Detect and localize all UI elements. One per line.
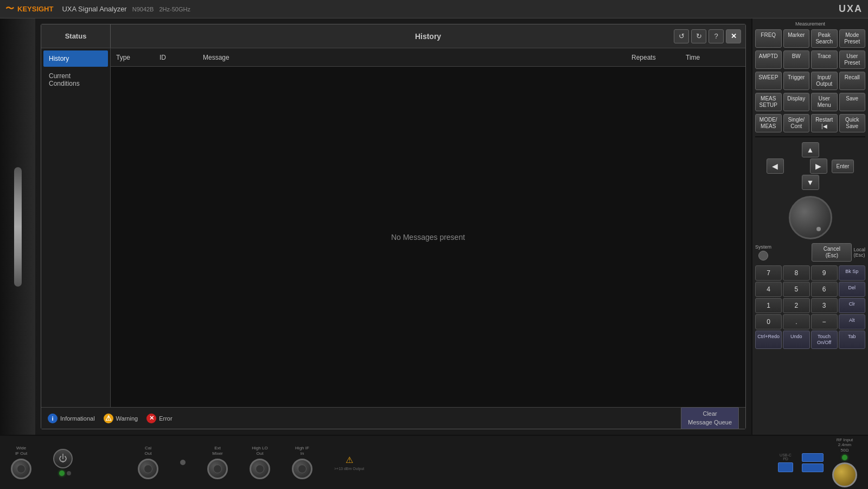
footer-right: ClearMessage Queue [681,407,739,429]
mode-meas-button[interactable]: MODE/MEAS [755,114,782,132]
info-icon: i [48,414,58,423]
main-panel: Type ID Message Repeats Time No Messages… [111,48,745,407]
nav-row-bottom: ▼ [802,175,819,190]
ext-mixer-label: ExtMixer [212,446,223,456]
high-if-in-port [292,459,312,479]
wide-if-out-inner [17,465,25,473]
undo-button[interactable]: Undo [783,331,809,349]
undo-button[interactable]: ↺ [674,29,689,43]
slider-track[interactable] [14,167,22,287]
btn-row-1: FREQ Marker PeakSearch ModePreset [755,29,865,48]
num-minus-button[interactable]: − [811,314,838,329]
warning-label: Warning [116,415,138,422]
quick-save-button[interactable]: QuickSave [839,114,866,132]
peak-search-button[interactable]: PeakSearch [811,29,838,48]
brand-name: KEYSIGHT [17,5,53,13]
touch-on-off-button[interactable]: TouchOn/Off [811,331,838,349]
top-bar: 〜 KEYSIGHT UXA Signal Analyzer N9042B 2H… [0,0,868,18]
power-button[interactable]: ⏻ [53,449,73,468]
num-7-button[interactable]: 7 [755,265,782,281]
num-2-button[interactable]: 2 [783,298,809,313]
knob[interactable] [789,196,832,239]
redo-button[interactable]: ↻ [691,29,706,43]
dialog-footer: i Informational ⚠ Warning ✕ Error ClearM… [41,407,745,429]
system-button[interactable]: System [755,244,771,261]
restart-button[interactable]: Restart|◀ [811,114,838,132]
left-edge [0,18,35,435]
nav-left-button[interactable]: ◀ [767,158,784,174]
cal-out-connector: CalOut [138,446,158,479]
dialog-header: Status History ↺ ↻ ? ✕ [41,24,745,48]
sidebar-item-history[interactable]: History [43,50,108,67]
header-controls: ↺ ↻ ? ✕ [674,29,741,43]
num-1-button[interactable]: 1 [755,298,782,313]
display-button[interactable]: Display [783,93,810,111]
meas-setup-button[interactable]: MEASSETUP [755,93,782,111]
input-output-button[interactable]: Input/Output [811,72,838,90]
user-preset-button[interactable]: UserPreset [839,50,866,69]
user-menu-button[interactable]: UserMenu [811,93,838,111]
col-time-header: Time [686,54,740,61]
sidebar-item-current-conditions[interactable]: Current Conditions [43,68,108,92]
power-area: ⏻ [53,449,73,476]
clr-button[interactable]: Clr [839,298,865,313]
nav-row-top: ▲ [802,142,819,157]
alt-button[interactable]: Alt [839,314,865,329]
btn-row-4: MEASSETUP Display UserMenu Save [755,93,865,111]
high-if-in-inner [298,465,307,473]
rf-input-connector: RF Input2.4mm50Ω [832,437,857,488]
error-label: Error [159,415,172,422]
nav-down-button[interactable]: ▼ [802,175,819,190]
num-8-button[interactable]: 8 [783,265,809,281]
help-button[interactable]: ? [709,29,724,43]
num-5-button[interactable]: 5 [783,282,809,297]
wide-if-out-connector: WideIF Out [11,446,31,479]
sys-local-row: System Cancel(Esc) Local(Esc) [755,243,865,262]
power-icon: ⏻ [59,454,67,463]
legend-warning: ⚠ Warning [104,414,138,423]
messages-area: No Messages present [111,67,745,407]
num-dot-button[interactable]: . [783,314,809,329]
num-0-button[interactable]: 0 [755,314,782,329]
num-3-button[interactable]: 3 [811,298,838,313]
no-messages-text: No Messages present [391,233,465,242]
hardware-bottom: WideIF Out ⏻ CalOut ExtMixer High LOOut [0,435,868,489]
error-icon: ✕ [146,414,156,423]
ctrl-redo-button[interactable]: Ctrl+Redo [755,331,782,349]
close-button[interactable]: ✕ [726,29,741,43]
btn-row-5: MODE/MEAS Single/Cont Restart|◀ QuickSav… [755,114,865,132]
status-label: Status [65,32,87,40]
trigger-button[interactable]: Trigger [783,72,810,90]
system-circle [758,251,768,261]
mode-preset-button[interactable]: ModePreset [839,29,866,48]
bksp-button[interactable]: Bk Sp [839,265,865,281]
usb-ports [802,453,824,472]
legend-error: ✕ Error [146,414,172,423]
nav-right-button[interactable]: ▶ [810,158,827,174]
freq-button[interactable]: FREQ [755,29,782,48]
power-led [59,471,65,476]
cancel-esc-button[interactable]: Cancel(Esc) [812,243,852,262]
single-cont-button[interactable]: Single/Cont [783,114,810,132]
right-panel: Measurement FREQ Marker PeakSearch ModeP… [751,18,868,435]
save-button[interactable]: Save [839,93,866,111]
product-id: UXA [839,3,863,15]
num-6-button[interactable]: 6 [811,282,838,297]
enter-button[interactable]: Enter [832,160,854,173]
num-9-button[interactable]: 9 [811,265,838,281]
marker-button[interactable]: Marker [783,29,810,48]
num-4-button[interactable]: 4 [755,282,782,297]
clear-message-queue-button[interactable]: ClearMessage Queue [681,407,739,429]
sidebar: History Current Conditions [41,48,111,407]
recall-button[interactable]: Recall [839,72,866,90]
status-header: Status [41,24,111,48]
tab-button[interactable]: Tab [839,331,865,349]
del-button[interactable]: Del [839,282,865,297]
nav-up-button[interactable]: ▲ [802,142,819,157]
trace-button[interactable]: Trace [811,50,838,69]
btn-row-3: SWEEP Trigger Input/Output Recall [755,72,865,90]
ext-mixer-port [207,459,228,479]
bw-button[interactable]: BW [783,50,810,69]
sweep-button[interactable]: SWEEP [755,72,782,90]
amptd-button[interactable]: AMPTD [755,50,782,69]
